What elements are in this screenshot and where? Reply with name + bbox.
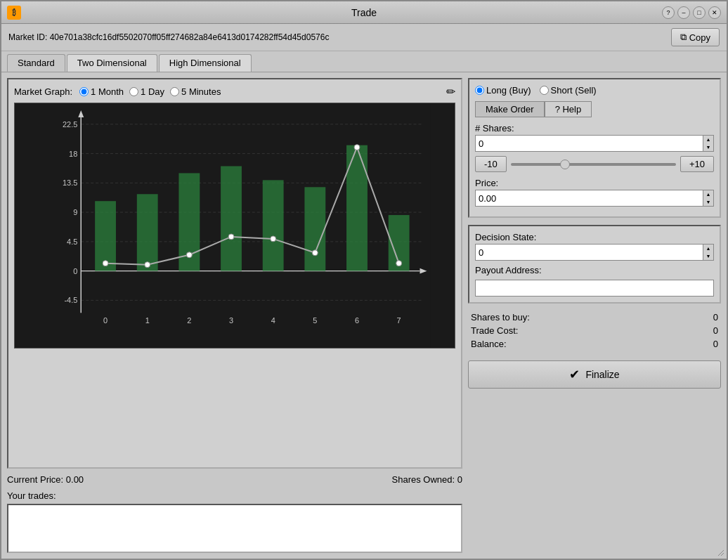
copy-label: Copy bbox=[689, 32, 710, 43]
svg-text:18: 18 bbox=[69, 150, 77, 158]
price-input[interactable] bbox=[475, 190, 703, 207]
chart-container: 22.5 18 13.5 9 4.5 0 -4.5 bbox=[14, 103, 455, 349]
svg-point-29 bbox=[186, 252, 192, 258]
trade-cost-label: Trade Cost: bbox=[471, 325, 518, 336]
order-section: Long (Buy) Short (Sell) Make Order ? Hel… bbox=[468, 78, 721, 218]
shares-down-arrow[interactable]: ▼ bbox=[703, 143, 713, 151]
tab-standard[interactable]: Standard bbox=[7, 54, 65, 72]
order-tabs: Make Order ? Help bbox=[475, 101, 714, 117]
radio-1day-label: 1 Day bbox=[141, 86, 164, 97]
maximize-button[interactable]: □ bbox=[693, 6, 706, 19]
balance-label: Balance: bbox=[471, 339, 507, 349]
market-id-bar: Market ID: 40e701a38cfc16df5502070ff05ff… bbox=[1, 24, 727, 51]
chart-svg: 22.5 18 13.5 9 4.5 0 -4.5 bbox=[15, 103, 455, 348]
svg-text:7: 7 bbox=[397, 316, 401, 325]
svg-text:13.5: 13.5 bbox=[63, 178, 77, 187]
radio-1month[interactable]: 1 Month bbox=[79, 86, 124, 97]
help-button[interactable]: ? bbox=[662, 6, 675, 19]
balance-value: 0 bbox=[690, 339, 718, 349]
payout-label: Payout Address: bbox=[475, 265, 714, 275]
svg-rect-20 bbox=[137, 194, 158, 271]
copy-icon: ⧉ bbox=[680, 32, 687, 43]
balance-row: Balance: 0 bbox=[468, 337, 721, 351]
svg-point-34 bbox=[396, 261, 402, 266]
edit-icon[interactable]: ✏ bbox=[446, 85, 455, 98]
svg-line-43 bbox=[718, 550, 724, 556]
radio-1day-input[interactable] bbox=[129, 87, 138, 96]
price-label: Price: bbox=[475, 178, 714, 188]
market-id-text: Market ID: 40e701a38cfc16df5502070ff05ff… bbox=[8, 32, 665, 42]
shares-to-buy-label: Shares to buy: bbox=[471, 312, 530, 323]
svg-text:4.5: 4.5 bbox=[67, 237, 77, 246]
finalize-label: Finalize bbox=[585, 369, 619, 380]
time-options: 1 Month 1 Day 5 Minutes bbox=[79, 86, 221, 97]
payout-input[interactable] bbox=[475, 280, 714, 297]
radio-5minutes[interactable]: 5 Minutes bbox=[170, 86, 221, 97]
copy-button[interactable]: ⧉ Copy bbox=[671, 28, 720, 46]
trades-box bbox=[7, 504, 462, 553]
radio-1month-input[interactable] bbox=[79, 87, 89, 96]
summary-section: Shares to buy: 0 Trade Cost: 0 Balance: … bbox=[468, 308, 721, 353]
tab-two-dimensional[interactable]: Two Dimensional bbox=[67, 54, 157, 72]
finalize-button[interactable]: ✔ Finalize bbox=[468, 360, 721, 389]
svg-point-30 bbox=[228, 234, 234, 240]
left-panel: Market Graph: 1 Month 1 Day 5 Minutes bbox=[7, 78, 462, 553]
close-button[interactable]: ✕ bbox=[708, 6, 721, 19]
shares-owned: Shares Owned: 0 bbox=[392, 474, 462, 485]
shares-label: # Shares: bbox=[475, 123, 714, 134]
help-tab[interactable]: ? Help bbox=[545, 101, 592, 117]
svg-text:0: 0 bbox=[73, 267, 77, 275]
decision-up-arrow[interactable]: ▲ bbox=[703, 245, 713, 252]
svg-point-28 bbox=[145, 262, 150, 268]
plus-ten-button[interactable]: +10 bbox=[680, 156, 714, 172]
decision-input[interactable] bbox=[475, 244, 703, 261]
decision-down-arrow[interactable]: ▼ bbox=[703, 252, 713, 260]
current-price: Current Price: 0.00 bbox=[7, 474, 84, 485]
svg-point-27 bbox=[103, 261, 108, 266]
radio-long-input[interactable] bbox=[475, 86, 484, 95]
minus-ten-button[interactable]: -10 bbox=[475, 156, 507, 172]
radio-short[interactable]: Short (Sell) bbox=[540, 85, 597, 96]
shares-field: ▲ ▼ bbox=[475, 135, 714, 152]
window-controls: ? – □ ✕ bbox=[662, 6, 721, 19]
svg-line-44 bbox=[721, 553, 724, 556]
price-field: ▲ ▼ bbox=[475, 190, 714, 207]
radio-5minutes-label: 5 Minutes bbox=[181, 86, 221, 97]
svg-text:9: 9 bbox=[73, 208, 77, 216]
radio-1day[interactable]: 1 Day bbox=[129, 86, 164, 97]
shares-to-buy-row: Shares to buy: 0 bbox=[468, 311, 721, 324]
svg-rect-23 bbox=[263, 180, 284, 271]
radio-5minutes-input[interactable] bbox=[170, 87, 179, 96]
window-title: Trade bbox=[351, 7, 377, 18]
make-order-tab[interactable]: Make Order bbox=[475, 101, 545, 117]
tab-high-dimensional[interactable]: High Dimensional bbox=[159, 54, 252, 72]
price-down-arrow[interactable]: ▼ bbox=[703, 198, 713, 206]
decision-label: Decision State: bbox=[475, 232, 714, 242]
radio-long[interactable]: Long (Buy) bbox=[475, 85, 531, 96]
shares-input[interactable] bbox=[475, 135, 703, 152]
shares-up-arrow[interactable]: ▲ bbox=[703, 136, 713, 143]
slider-thumb[interactable] bbox=[560, 159, 570, 169]
decision-field: ▲ ▼ bbox=[475, 244, 714, 261]
svg-text:4: 4 bbox=[271, 316, 275, 325]
svg-text:0: 0 bbox=[103, 316, 108, 325]
right-panel: Long (Buy) Short (Sell) Make Order ? Hel… bbox=[468, 78, 721, 553]
main-window: ₿ Trade ? – □ ✕ Market ID: 40e701a38cfc1… bbox=[0, 0, 728, 560]
market-graph-label: Market Graph: bbox=[14, 86, 72, 97]
minimize-button[interactable]: – bbox=[677, 6, 690, 19]
radio-short-input[interactable] bbox=[540, 86, 549, 95]
shares-slider[interactable] bbox=[511, 163, 676, 166]
price-up-arrow[interactable]: ▲ bbox=[703, 190, 713, 198]
resize-icon bbox=[715, 547, 724, 556]
radio-1month-label: 1 Month bbox=[91, 86, 124, 97]
trade-cost-row: Trade Cost: 0 bbox=[468, 324, 721, 337]
resize-handle[interactable] bbox=[715, 547, 724, 556]
price-spin-arrows: ▲ ▼ bbox=[703, 190, 714, 207]
trade-cost-value: 0 bbox=[690, 325, 718, 336]
svg-text:6: 6 bbox=[355, 316, 359, 325]
svg-rect-24 bbox=[304, 187, 325, 271]
shares-to-buy-value: 0 bbox=[690, 312, 718, 323]
graph-section: Market Graph: 1 Month 1 Day 5 Minutes bbox=[7, 78, 462, 469]
decision-spin-arrows: ▲ ▼ bbox=[703, 244, 714, 261]
order-type-row: Long (Buy) Short (Sell) bbox=[475, 85, 714, 96]
